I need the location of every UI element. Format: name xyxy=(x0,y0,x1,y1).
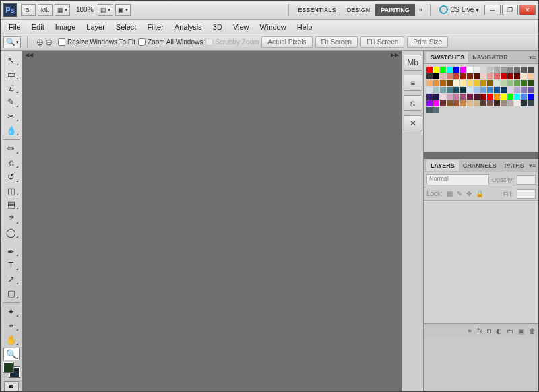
menu-select[interactable]: Select xyxy=(110,21,142,33)
cslive-button[interactable]: CS Live ▾ xyxy=(439,5,479,14)
menu-file[interactable]: File xyxy=(3,21,26,33)
swatch[interactable] xyxy=(501,100,507,106)
hand-tool[interactable]: ✋ xyxy=(3,333,20,346)
swatch[interactable] xyxy=(474,100,480,106)
swatch[interactable] xyxy=(467,67,473,73)
swatch[interactable] xyxy=(494,80,500,86)
bridge-button[interactable]: Br xyxy=(21,4,36,16)
tab-navigator[interactable]: NAVIGATOR xyxy=(468,52,512,63)
swatch[interactable] xyxy=(501,67,507,73)
swatch[interactable] xyxy=(460,100,466,106)
swatch[interactable] xyxy=(507,80,513,86)
swatch[interactable] xyxy=(514,94,520,100)
pen-tool[interactable]: ✒ xyxy=(3,245,20,258)
link-layers-icon[interactable]: ⚭ xyxy=(467,327,472,335)
lock-all-icon[interactable]: 🔒 xyxy=(476,190,484,197)
swatch[interactable] xyxy=(440,94,446,100)
layers-list[interactable] xyxy=(424,201,538,323)
color-picker[interactable] xyxy=(3,362,20,377)
eyedropper-tool[interactable]: 💧 xyxy=(3,124,20,137)
swatch[interactable] xyxy=(487,87,493,93)
swatch[interactable] xyxy=(480,67,486,73)
swatch[interactable] xyxy=(474,80,480,86)
swatch[interactable] xyxy=(447,94,453,100)
swatch[interactable] xyxy=(474,67,480,73)
collapse-left-icon[interactable]: ◀◀ xyxy=(25,52,33,58)
3d-tool[interactable]: ✦ xyxy=(3,306,20,319)
zoom-all-windows-checkbox[interactable]: Zoom All Windows xyxy=(138,38,203,46)
swatch[interactable] xyxy=(480,94,486,100)
swatch[interactable] xyxy=(433,80,439,86)
path-tool[interactable]: ↗ xyxy=(3,273,20,286)
swatch[interactable] xyxy=(467,100,473,106)
fill-screen-button[interactable]: Fill Screen xyxy=(360,36,404,48)
brush-tool[interactable]: ✏ xyxy=(3,142,20,155)
swatch[interactable] xyxy=(507,100,513,106)
swatch[interactable] xyxy=(501,80,507,86)
more-workspaces-button[interactable]: » xyxy=(415,6,427,13)
workspace-design[interactable]: DESIGN xyxy=(342,4,376,16)
swatch[interactable] xyxy=(460,94,466,100)
tab-layers[interactable]: LAYERS xyxy=(426,160,459,171)
swatch[interactable] xyxy=(453,94,459,100)
swatch[interactable] xyxy=(426,67,433,73)
swatch[interactable] xyxy=(514,80,520,86)
zoom-tool[interactable]: 🔍 xyxy=(3,348,20,360)
swatch[interactable] xyxy=(474,73,480,79)
swatch[interactable] xyxy=(474,87,480,93)
dodge-tool[interactable]: ◯ xyxy=(3,226,20,239)
foreground-color-swatch[interactable] xyxy=(3,362,13,372)
swatch[interactable] xyxy=(514,67,520,73)
menu-3d[interactable]: 3D xyxy=(208,21,228,33)
gradient-tool[interactable]: ▤ xyxy=(3,198,20,211)
swatch[interactable] xyxy=(467,94,473,100)
lock-transparency-icon[interactable]: ▦ xyxy=(447,190,453,197)
workspace-essentials[interactable]: ESSENTIALS xyxy=(292,4,342,16)
swatch[interactable] xyxy=(440,100,446,106)
lasso-tool[interactable]: 𝓛 xyxy=(3,82,20,95)
resize-windows-checkbox[interactable]: Resize Windows To Fit xyxy=(58,38,135,46)
swatch[interactable] xyxy=(460,80,466,86)
swatch[interactable] xyxy=(528,80,534,86)
zoom-in-icon[interactable]: ⊕ xyxy=(36,37,44,47)
swatch[interactable] xyxy=(426,87,433,93)
eraser-tool[interactable]: ◫ xyxy=(3,185,20,197)
tab-channels[interactable]: CHANNELS xyxy=(459,160,501,171)
move-tool[interactable]: ↖ xyxy=(3,54,20,67)
swatch[interactable] xyxy=(440,87,446,93)
swatch[interactable] xyxy=(467,73,473,79)
swatch[interactable] xyxy=(453,80,459,86)
swatch[interactable] xyxy=(521,94,527,100)
print-size-button[interactable]: Print Size xyxy=(407,36,448,48)
swatch[interactable] xyxy=(447,67,453,73)
swatch[interactable] xyxy=(514,73,520,79)
swatch[interactable] xyxy=(460,67,466,73)
swatch[interactable] xyxy=(507,94,513,100)
swatch[interactable] xyxy=(433,73,439,79)
fit-screen-button[interactable]: Fit Screen xyxy=(315,36,358,48)
swatch[interactable] xyxy=(487,94,493,100)
menu-view[interactable]: View xyxy=(228,21,255,33)
workspace-painting[interactable]: PAINTING xyxy=(375,4,414,16)
swatch[interactable] xyxy=(440,67,446,73)
3d-camera-tool[interactable]: ⌖ xyxy=(3,319,20,332)
swatch[interactable] xyxy=(507,87,513,93)
swatch[interactable] xyxy=(426,94,433,100)
actual-pixels-button[interactable]: Actual Pixels xyxy=(261,36,312,48)
crop-tool[interactable]: ✂ xyxy=(3,110,20,123)
scrubby-zoom-checkbox[interactable]: Scrubby Zoom xyxy=(205,38,259,46)
swatch[interactable] xyxy=(494,87,500,93)
group-icon[interactable]: 🗀 xyxy=(507,327,513,335)
swatch[interactable] xyxy=(514,100,520,106)
collapse-right-icon[interactable]: ▶▶ xyxy=(391,52,399,58)
swatch[interactable] xyxy=(433,100,439,106)
swatch[interactable] xyxy=(521,80,527,86)
swatch[interactable] xyxy=(433,94,439,100)
swatch[interactable] xyxy=(453,67,459,73)
menu-help[interactable]: Help xyxy=(292,21,318,33)
swatch[interactable] xyxy=(453,73,459,79)
swatch[interactable] xyxy=(494,73,500,79)
swatch[interactable] xyxy=(507,73,513,79)
layer-style-icon[interactable]: fx xyxy=(477,327,482,335)
swatch[interactable] xyxy=(480,80,486,86)
